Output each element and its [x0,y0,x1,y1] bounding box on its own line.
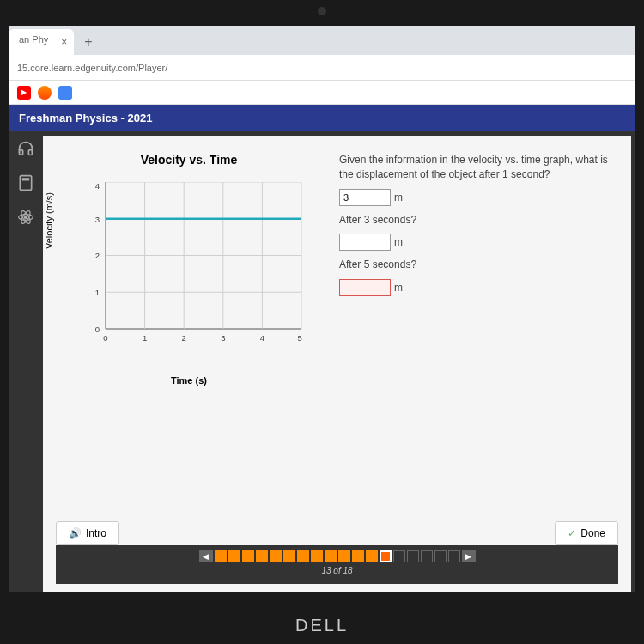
main-panel: Velocity vs. Time Velocity (m/s) [43,136,631,592]
velocity-chart: 0 1 2 3 4 0 1 2 3 4 [86,182,305,345]
svg-text:2: 2 [95,251,100,260]
unit-label: m [394,282,403,294]
answer-row-1: m [339,189,618,206]
bottom-controls: 🔊 Intro ✓ Done [56,504,618,545]
close-icon[interactable]: × [61,36,67,48]
progress-step-current[interactable] [380,550,392,562]
document-icon[interactable] [58,86,72,100]
question-section: Given the information in the velocity vs… [339,153,618,504]
progress-step[interactable] [256,550,268,562]
svg-text:0: 0 [95,325,100,334]
progress-step[interactable] [270,550,282,562]
svg-text:3: 3 [221,333,225,343]
svg-text:1: 1 [95,288,100,297]
progress-step[interactable] [421,550,433,562]
progress-step[interactable] [448,550,460,562]
plot-area: 0 1 2 3 4 0 1 2 3 4 [86,182,305,345]
speaker-icon: 🔊 [69,527,82,539]
chart-title: Velocity vs. Time [56,153,322,167]
dell-logo: DELL [295,616,349,635]
work-area: Velocity vs. Time Velocity (m/s) [56,153,618,504]
progress-step[interactable] [434,550,447,562]
unit-label: m [394,191,403,204]
progress-step[interactable] [311,550,323,562]
browser-tab[interactable]: an Phy × [9,29,74,55]
webcam [318,7,326,15]
progress-bar: ◀ [56,545,618,584]
question-text: Given the information in the velocity vs… [339,153,618,182]
svg-text:5: 5 [297,333,301,343]
left-toolbar [9,131,43,592]
svg-rect-1 [22,178,29,180]
intro-button[interactable]: 🔊 Intro [56,521,119,545]
question-3-label: After 5 seconds? [339,258,618,272]
progress-step[interactable] [242,550,254,562]
screen: an Phy × + 15.core.learn.edgenuity.com/P… [9,26,635,592]
svg-point-2 [24,216,27,218]
basketball-icon[interactable] [38,86,52,100]
x-axis-label: Time (s) [56,375,322,386]
progress-step[interactable] [352,550,364,562]
svg-text:4: 4 [260,333,264,343]
done-label: Done [580,527,605,539]
url-bar[interactable]: 15.core.learn.edgenuity.com/Player/ [9,55,635,81]
course-header: Freshman Physics - 2021 [9,105,635,131]
check-icon: ✓ [568,527,576,539]
progress-step[interactable] [283,550,295,562]
chart-section: Velocity vs. Time Velocity (m/s) [56,153,322,504]
svg-text:1: 1 [143,333,147,343]
unit-label: m [394,236,403,248]
answer-input-3[interactable] [339,279,391,296]
intro-label: Intro [86,527,106,539]
url-text: 15.core.learn.edgenuity.com/Player/ [17,63,167,73]
atom-icon[interactable] [17,209,34,230]
svg-text:2: 2 [182,333,186,343]
progress-step[interactable] [393,550,405,562]
progress-step[interactable] [407,550,419,562]
content-area: Velocity vs. Time Velocity (m/s) [9,131,635,592]
done-button[interactable]: ✓ Done [555,521,618,545]
chart-container: Velocity (m/s) [56,173,322,371]
youtube-icon[interactable]: ▶ [17,86,31,100]
progress-step[interactable] [228,550,240,562]
progress-row: ◀ [56,550,618,562]
answer-input-1[interactable] [339,189,391,206]
svg-text:0: 0 [103,333,107,343]
answer-input-2[interactable] [339,234,391,251]
headphones-icon[interactable] [17,140,34,161]
prev-button[interactable]: ◀ [199,550,213,562]
progress-step[interactable] [215,550,227,562]
svg-text:3: 3 [95,215,100,224]
next-button[interactable]: ▶ [462,550,476,562]
svg-text:4: 4 [95,182,100,191]
bookmarks-bar: ▶ [9,81,635,105]
calculator-icon[interactable] [17,174,34,196]
answer-row-2: m [339,234,618,251]
browser-tabs: an Phy × + [9,26,635,55]
progress-step[interactable] [338,550,350,562]
new-tab-button[interactable]: + [74,29,102,55]
question-2-label: After 3 seconds? [339,213,618,228]
progress-text: 13 of 18 [56,566,618,575]
progress-step[interactable] [297,550,309,562]
tab-title: an Phy [19,34,48,45]
progress-step[interactable] [366,550,378,562]
y-axis-label: Velocity (m/s) [44,192,54,249]
answer-row-3: m [339,279,618,296]
progress-step[interactable] [325,550,337,562]
